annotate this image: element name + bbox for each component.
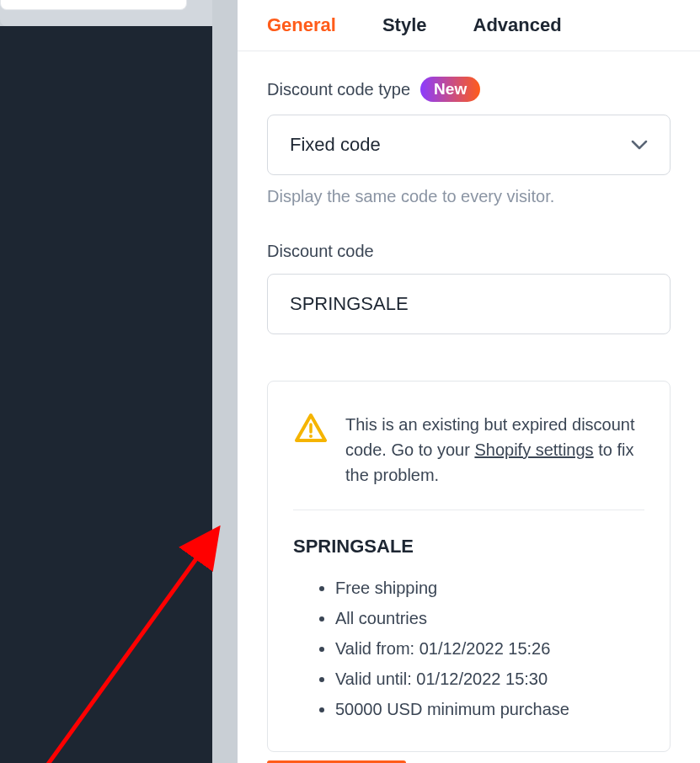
code-details-list: Free shipping All countries Valid from: … — [293, 573, 644, 724]
warning-icon — [293, 412, 329, 446]
tab-advanced[interactable]: Advanced — [473, 1, 562, 50]
chevron-down-icon — [631, 140, 648, 150]
shopify-settings-link[interactable]: Shopify settings — [474, 440, 593, 459]
left-dark-area — [0, 26, 212, 763]
list-item: Free shipping — [335, 573, 644, 603]
list-item: 50000 USD minimum purchase — [335, 694, 644, 724]
discount-code-input[interactable] — [267, 274, 671, 334]
code-name: SPRINGSALE — [293, 536, 644, 558]
left-top-gap — [0, 0, 212, 26]
warning-header: This is an existing but expired discount… — [293, 412, 644, 510]
tab-general[interactable]: General — [267, 1, 336, 50]
discount-type-value: Fixed code — [290, 134, 381, 155]
tabs-bar: General Style Advanced — [238, 0, 700, 51]
discount-code-section: Discount code — [267, 242, 671, 334]
warning-text: This is an existing but expired discount… — [345, 412, 644, 488]
warning-card: This is an existing but expired discount… — [267, 381, 671, 752]
new-badge: New — [420, 77, 480, 102]
svg-point-3 — [309, 435, 313, 438]
left-white-corner — [0, 0, 187, 10]
discount-type-select[interactable]: Fixed code — [267, 115, 671, 175]
list-item: Valid from: 01/12/2022 15:26 — [335, 633, 644, 664]
discount-type-label: Discount code type — [267, 80, 410, 99]
left-preview-pane — [0, 0, 212, 763]
list-item: Valid until: 01/12/2022 15:30 — [335, 664, 644, 694]
settings-panel: General Style Advanced Discount code typ… — [238, 0, 700, 763]
tab-style[interactable]: Style — [382, 1, 427, 50]
list-item: All countries — [335, 603, 644, 633]
panel-content: Discount code type New Fixed code Displa… — [238, 51, 700, 752]
discount-type-label-row: Discount code type New — [267, 77, 671, 102]
discount-type-hint: Display the same code to every visitor. — [267, 187, 671, 206]
code-detail-block: SPRINGSALE Free shipping All countries V… — [293, 510, 644, 724]
discount-code-label: Discount code — [267, 242, 671, 261]
